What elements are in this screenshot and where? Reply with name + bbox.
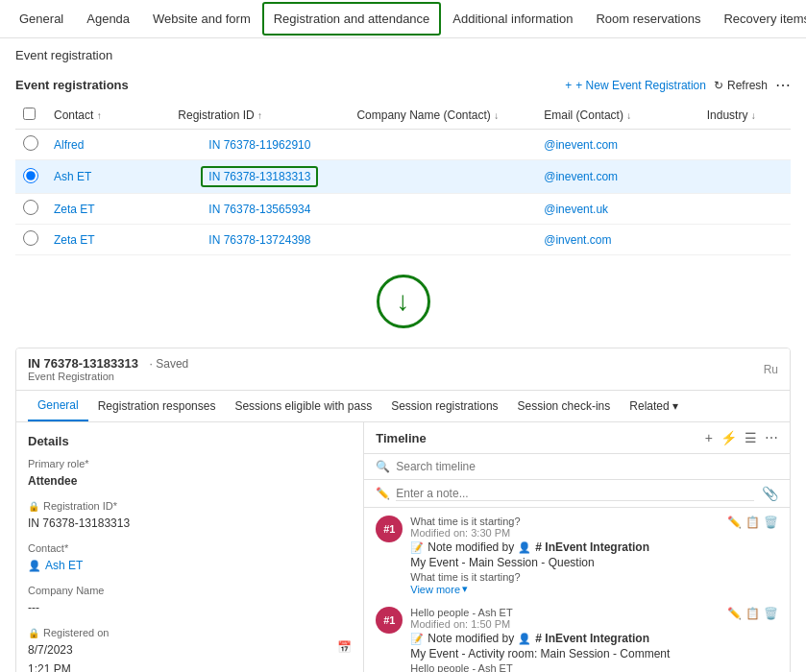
nav-item-agenda[interactable]: Agenda: [75, 0, 141, 37]
chevron-down-icon: ▾: [462, 583, 468, 595]
edit-entry-button[interactable]: ✏️: [727, 607, 742, 620]
row-select-radio[interactable]: [23, 230, 38, 246]
timeline-note-input[interactable]: [396, 487, 754, 501]
registration-id-link[interactable]: IN 76378-13724398: [208, 233, 310, 247]
timeline-entry-text: My Event - Main Session - Question: [410, 556, 720, 569]
company-name-field: Company Name ---: [28, 585, 352, 617]
timeline-title: Timeline: [376, 431, 427, 445]
timeline-header: Timeline + ⚡ ☰ ⋯: [364, 422, 790, 454]
contact-link[interactable]: Zeta ET: [54, 203, 95, 216]
detail-saved-status: · Saved: [150, 357, 189, 371]
search-icon: 🔍: [376, 460, 390, 473]
expand-arrow-icon[interactable]: ↓: [377, 275, 430, 328]
view-more-button[interactable]: View more: [410, 584, 460, 595]
timeline-avatar: #1: [376, 607, 403, 634]
detail-nav-item-registration-responses[interactable]: Registration responses: [88, 392, 226, 420]
registered-on-time: 1:21 PM: [28, 660, 73, 672]
event-registrations-table: Contact ↑ Registration ID ↑ Company Name…: [15, 102, 791, 255]
email-link[interactable]: @inevent.com: [544, 138, 618, 152]
registration-id-col-header[interactable]: Registration ID ↑: [170, 102, 349, 130]
select-all-col: [15, 102, 46, 130]
row-select-radio[interactable]: [23, 168, 38, 183]
contact-value[interactable]: 👤 Ash ET: [28, 556, 352, 575]
detail-nav-item-session-check-ins[interactable]: Session check-ins: [508, 392, 621, 420]
industry-cell: [699, 160, 791, 194]
nav-item-room-reservations[interactable]: Room reservations: [584, 0, 712, 37]
registered-on-field: 🔒 Registered on 8/7/2023 1:21 PM 📅: [28, 627, 352, 672]
timeline-add-button[interactable]: +: [705, 430, 713, 445]
timeline-entry-action-buttons: ✏️ 📋 🗑️: [727, 607, 778, 672]
timeline-entries: #1What time is it starting?Modified on: …: [364, 508, 790, 672]
section-title: Event registration: [15, 48, 112, 62]
more-options-button[interactable]: ⋯: [775, 76, 791, 94]
contact-person-icon: 👤: [28, 560, 41, 572]
company-label: Company Name: [28, 585, 352, 596]
contact-col-header[interactable]: Contact ↑: [46, 102, 170, 130]
copy-entry-button[interactable]: 📋: [745, 516, 760, 529]
nav-item-registration-and-attendance[interactable]: Registration and attendance: [262, 2, 442, 36]
contact-link[interactable]: Alfred: [54, 138, 84, 152]
chevron-down-icon: ▾: [672, 399, 678, 413]
timeline-entry: #1What time is it starting?Modified on: …: [376, 516, 778, 595]
email-link[interactable]: @inevent.com: [544, 170, 618, 183]
timeline-entry-text: My Event - Activity room: Main Session -…: [410, 647, 720, 660]
company-col-header[interactable]: Company Name (Contact) ↓: [349, 102, 536, 130]
row-select-radio[interactable]: [23, 135, 38, 151]
nav-item-recovery-items[interactable]: Recovery items: [712, 0, 806, 37]
email-col-header[interactable]: Email (Contact) ↓: [536, 102, 699, 130]
nav-item-additional-information[interactable]: Additional information: [441, 0, 584, 37]
note-icon: 📝: [410, 541, 424, 554]
table-actions: + + New Event Registration ↻ Refresh ⋯: [565, 76, 791, 94]
table-row[interactable]: Zeta ETIN 76378-13565934@inevent.uk: [15, 194, 791, 225]
row-select-radio[interactable]: [23, 200, 38, 215]
detail-nav-item-session-registrations[interactable]: Session registrations: [381, 392, 507, 420]
delete-entry-button[interactable]: 🗑️: [764, 607, 778, 620]
registration-id-link[interactable]: IN 76378-13183313: [201, 166, 318, 187]
registration-id-value: IN 76378-13183313: [28, 514, 352, 533]
detail-nav-item-related[interactable]: Related ▾: [620, 392, 687, 420]
refresh-icon: ↻: [714, 79, 723, 92]
contact-link[interactable]: Ash ET: [54, 170, 91, 183]
email-link[interactable]: @invent.com: [544, 233, 611, 247]
primary-role-value: Attendee: [28, 471, 352, 491]
expand-arrow-container: ↓: [0, 255, 806, 348]
new-event-registration-button[interactable]: + + New Event Registration: [565, 79, 706, 92]
note-icon: 📝: [410, 633, 424, 645]
email-link[interactable]: @inevent.uk: [544, 203, 608, 216]
select-all-checkbox[interactable]: [23, 108, 36, 120]
edit-entry-button[interactable]: ✏️: [727, 516, 742, 529]
registered-on-date: 8/7/2023: [28, 640, 73, 660]
registration-id-label: 🔒 Registration ID*: [28, 500, 352, 512]
nav-item-general[interactable]: General: [8, 0, 75, 37]
calendar-icon: 📅: [337, 640, 352, 654]
timeline-entry-subtext: What time is it starting?: [410, 571, 720, 583]
copy-entry-button[interactable]: 📋: [745, 607, 760, 620]
detail-form-type: Event Registration: [28, 371, 188, 382]
industry-col-header[interactable]: Industry ↓: [699, 102, 791, 130]
primary-role-field: Primary role* Attendee: [28, 458, 352, 491]
refresh-button[interactable]: ↻ Refresh: [714, 79, 768, 92]
table-row[interactable]: Ash ETIN 76378-13183313@inevent.com: [15, 160, 791, 194]
detail-nav-item-general[interactable]: General: [28, 391, 88, 421]
company-cell: [349, 130, 536, 160]
registration-id-link[interactable]: IN 76378-11962910: [208, 138, 310, 152]
timeline-more-button[interactable]: ⋯: [765, 430, 778, 445]
timeline-filter-button[interactable]: ⚡: [721, 430, 737, 445]
delete-entry-button[interactable]: 🗑️: [764, 516, 778, 529]
timeline-action-buttons: + ⚡ ☰ ⋯: [705, 430, 778, 445]
contact-link[interactable]: Zeta ET: [54, 233, 95, 247]
lock-icon-2: 🔒: [28, 628, 39, 638]
nav-item-website-and-form[interactable]: Website and form: [141, 0, 262, 37]
registration-id-link[interactable]: IN 76378-13565934: [208, 203, 310, 216]
timeline-search-bar: 🔍: [364, 454, 790, 480]
more-icon: ⋯: [775, 77, 791, 93]
timeline-view-button[interactable]: ☰: [745, 430, 757, 445]
detail-nav-item-sessions-eligible-with-pass[interactable]: Sessions eligible with pass: [225, 392, 381, 420]
event-registrations-table-area: Event registrations + + New Event Regist…: [0, 68, 806, 255]
company-cell: [349, 160, 536, 194]
timeline-entry: #1Hello people - Ash ETModified on: 1:50…: [376, 607, 778, 672]
company-value: ---: [28, 598, 352, 617]
table-row[interactable]: AlfredIN 76378-11962910@inevent.com: [15, 130, 791, 160]
table-row[interactable]: Zeta ETIN 76378-13724398@invent.com: [15, 225, 791, 255]
timeline-search-input[interactable]: [396, 460, 778, 473]
